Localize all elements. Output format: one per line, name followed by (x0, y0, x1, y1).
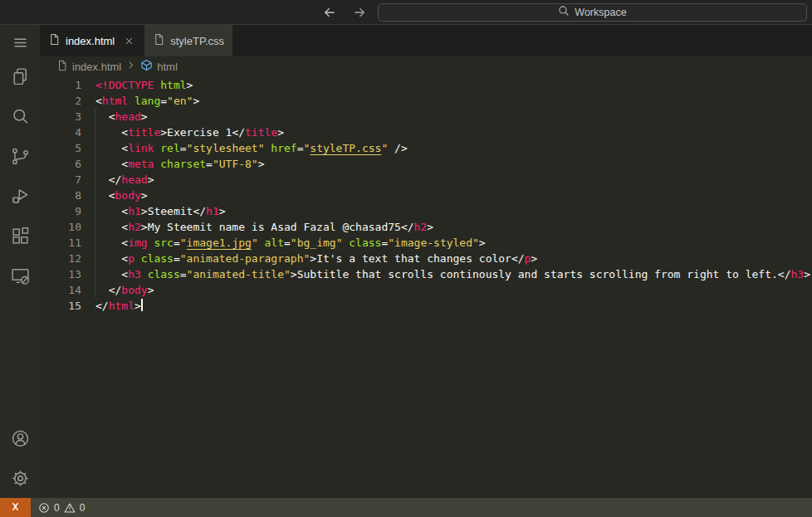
breadcrumb-symbol[interactable]: html (140, 59, 178, 74)
problems-status[interactable]: 0 0 (38, 498, 85, 517)
error-icon (38, 502, 50, 514)
code-line-content: <link rel="stylesheet" href="styleTP.css… (95, 140, 408, 156)
code-line-content: <!DOCTYPE html> (95, 77, 193, 93)
code-line[interactable]: 13 <h3 class="animated-title">Subtitle t… (40, 266, 812, 282)
tab-label: styleTP.css (170, 35, 224, 47)
tab-label: index.html (66, 35, 115, 47)
code-line-content: <h1>Steemit</h1> (95, 203, 226, 219)
remote-indicator[interactable] (0, 498, 31, 517)
code-line[interactable]: 12 <p class="animated-paragraph">It's a … (40, 251, 812, 266)
file-icon (153, 33, 165, 48)
line-number: 5 (40, 140, 95, 156)
error-count: 0 (54, 502, 60, 514)
line-number: 4 (40, 124, 95, 140)
search-sidebar-icon[interactable] (0, 96, 40, 136)
code-line-content: </html> (95, 298, 143, 314)
html-symbol-icon (140, 59, 153, 74)
line-number: 6 (40, 156, 95, 172)
search-icon (558, 5, 570, 19)
line-number: 7 (40, 172, 95, 188)
history-navigation (321, 4, 368, 21)
code-line-content: <html lang="en"> (95, 93, 199, 109)
code-line[interactable]: 2<html lang="en"> (40, 93, 812, 109)
menu-icon[interactable] (0, 28, 40, 56)
back-arrow-icon[interactable] (321, 4, 338, 21)
code-line-content: <head> (95, 109, 148, 124)
code-line[interactable]: 7 </head> (40, 172, 812, 188)
code-line[interactable]: 1<!DOCTYPE html> (40, 77, 812, 93)
line-number: 14 (40, 282, 95, 298)
tab-styletp-css[interactable]: styleTP.css (144, 25, 232, 56)
line-number: 1 (40, 77, 95, 93)
extensions-icon[interactable] (0, 216, 40, 256)
code-line[interactable]: 4 <title>Exercise 1</title> (40, 124, 812, 140)
line-number: 12 (40, 251, 95, 266)
code-line-content: </body> (95, 282, 154, 298)
warning-count: 0 (80, 502, 86, 514)
titlebar: Workspace (0, 0, 812, 25)
workspace-search[interactable]: Workspace (378, 3, 807, 22)
line-number: 15 (40, 298, 95, 314)
code-line-content: <h3 class="animated-title">Subtitle that… (95, 266, 810, 282)
code-line[interactable]: 10 <h2>My Steemit name is Asad Fazal @ch… (40, 219, 812, 235)
remote-icon (9, 500, 22, 515)
tab-bar: index.html styleTP.css (40, 25, 812, 56)
line-number: 2 (40, 93, 95, 109)
tab-index-html[interactable]: index.html (40, 25, 144, 56)
activity-bar (0, 25, 40, 498)
line-number: 13 (40, 266, 95, 282)
code-line-content: <meta charset="UTF-8"> (95, 156, 265, 172)
editor-group: index.html styleTP.css (40, 25, 812, 498)
code-line-content: <title>Exercise 1</title> (95, 124, 284, 140)
code-line[interactable]: 6 <meta charset="UTF-8"> (40, 156, 812, 172)
chevron-right-icon (125, 60, 136, 73)
code-line[interactable]: 9 <h1>Steemit</h1> (40, 203, 812, 219)
vscode-window: Workspace (0, 0, 812, 517)
activity-bar-bottom (0, 418, 40, 498)
code-line[interactable]: 8 <body> (40, 188, 812, 203)
code-line-content: <img src="image1.jpg" alt="bg_img" class… (95, 235, 486, 251)
status-bar: 0 0 (0, 498, 812, 517)
code-line[interactable]: 15</html> (40, 298, 812, 314)
line-number: 9 (40, 203, 95, 219)
code-editor[interactable]: 1<!DOCTYPE html>2<html lang="en">3 <head… (40, 76, 812, 498)
file-icon (48, 33, 61, 48)
file-icon (56, 60, 68, 74)
run-and-debug-icon[interactable] (0, 176, 40, 216)
accounts-icon[interactable] (0, 418, 40, 458)
code-lines: 1<!DOCTYPE html>2<html lang="en">3 <head… (40, 77, 812, 314)
explorer-icon[interactable] (0, 56, 40, 96)
code-line-content: <h2>My Steemit name is Asad Fazal @chasa… (95, 219, 433, 235)
close-icon[interactable] (121, 33, 136, 48)
code-line-content: <body> (95, 188, 148, 203)
code-line-content: <p class="animated-paragraph">It's a tex… (95, 251, 537, 266)
code-line[interactable]: 5 <link rel="stylesheet" href="styleTP.c… (40, 140, 812, 156)
breadcrumb-file[interactable]: index.html (56, 60, 121, 74)
code-line[interactable]: 14 </body> (40, 282, 812, 298)
line-number: 8 (40, 188, 95, 203)
forward-arrow-icon[interactable] (351, 4, 368, 21)
line-number: 11 (40, 235, 95, 251)
code-line[interactable]: 3 <head> (40, 109, 812, 124)
line-number: 3 (40, 109, 95, 124)
source-control-icon[interactable] (0, 136, 40, 176)
search-label: Workspace (575, 7, 626, 18)
code-line-content: </head> (95, 172, 154, 188)
remote-explorer-icon[interactable] (0, 256, 40, 295)
settings-gear-icon[interactable] (0, 458, 40, 498)
warning-icon (64, 502, 76, 514)
breadcrumb: index.html html (40, 56, 812, 76)
line-number: 10 (40, 219, 95, 235)
code-line[interactable]: 11 <img src="image1.jpg" alt="bg_img" cl… (40, 235, 812, 251)
text-cursor (141, 299, 143, 311)
